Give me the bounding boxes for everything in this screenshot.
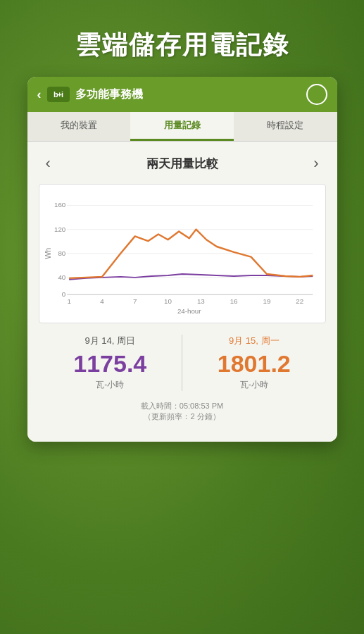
svg-text:80: 80	[58, 249, 65, 257]
stats-row: 9月 14, 周日 1175.4 瓦-小時 9月 15, 周一 1801.2 瓦…	[39, 335, 326, 391]
tab-schedule[interactable]: 時程設定	[234, 112, 337, 141]
stat-block-1: 9月 14, 周日 1175.4 瓦-小時	[39, 335, 182, 391]
svg-text:24-hour: 24-hour	[177, 307, 201, 315]
svg-text:7: 7	[133, 297, 137, 305]
update-rate: （更新頻率：2 分鐘）	[39, 411, 326, 422]
page-title: 雲端儲存用電記錄	[75, 28, 289, 63]
svg-text:4: 4	[100, 297, 104, 305]
app-card: ‹ b+i 多功能事務機 我的裝置 用量記錄 時程設定 ‹ 兩天用量比較 › W…	[27, 77, 337, 442]
next-button[interactable]: ›	[306, 151, 325, 175]
svg-text:13: 13	[196, 297, 204, 305]
prev-button[interactable]: ‹	[39, 151, 58, 175]
load-time: 載入時間：05:08:53 PM	[39, 401, 326, 411]
svg-text:1: 1	[67, 297, 70, 305]
stat-value-2: 1801.2	[182, 350, 326, 378]
content-area: ‹ 兩天用量比較 › Wh 160 120 80 40 0	[27, 142, 337, 442]
line-chart: Wh 160 120 80 40 0 1 4 7 10	[45, 192, 320, 316]
chart-nav: ‹ 兩天用量比較 ›	[39, 151, 326, 175]
svg-text:Wh: Wh	[45, 248, 52, 259]
tab-devices[interactable]: 我的裝置	[27, 112, 131, 141]
logo-text: b+i	[54, 90, 63, 99]
stat-block-2: 9月 15, 周一 1801.2 瓦-小時	[182, 335, 326, 391]
stat-date-1: 9月 14, 周日	[39, 335, 182, 347]
chart-container: Wh 160 120 80 40 0 1 4 7 10	[39, 184, 326, 323]
svg-text:40: 40	[58, 273, 65, 281]
footer-info: 載入時間：05:08:53 PM （更新頻率：2 分鐘）	[39, 401, 326, 432]
svg-text:16: 16	[230, 297, 237, 305]
chart-title: 兩天用量比較	[146, 156, 218, 172]
stat-unit-1: 瓦-小時	[39, 379, 182, 391]
svg-text:22: 22	[296, 297, 303, 305]
logo-box: b+i	[47, 87, 70, 102]
stat-unit-2: 瓦-小時	[182, 379, 326, 391]
svg-text:19: 19	[263, 297, 270, 305]
header-icon[interactable]	[306, 84, 327, 105]
svg-text:10: 10	[164, 297, 172, 305]
svg-text:0: 0	[61, 290, 65, 298]
tab-bar: 我的裝置 用量記錄 時程設定	[27, 112, 337, 142]
back-button[interactable]: ‹	[37, 87, 42, 102]
svg-text:160: 160	[54, 201, 65, 209]
app-name: 多功能事務機	[75, 87, 143, 102]
stat-date-2: 9月 15, 周一	[182, 335, 326, 347]
svg-text:120: 120	[54, 225, 65, 233]
tab-usage[interactable]: 用量記錄	[130, 112, 234, 141]
app-header: ‹ b+i 多功能事務機	[27, 77, 337, 112]
stat-value-1: 1175.4	[39, 350, 182, 378]
